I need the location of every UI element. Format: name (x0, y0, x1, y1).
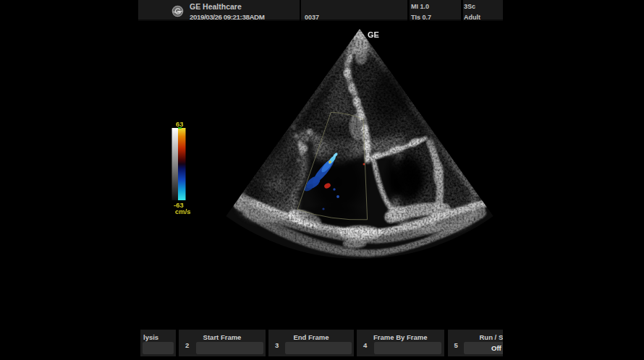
svg-text:63: 63 (176, 120, 184, 128)
svg-text:cm/s: cm/s (175, 207, 191, 215)
svg-text:GE: GE (368, 30, 379, 39)
